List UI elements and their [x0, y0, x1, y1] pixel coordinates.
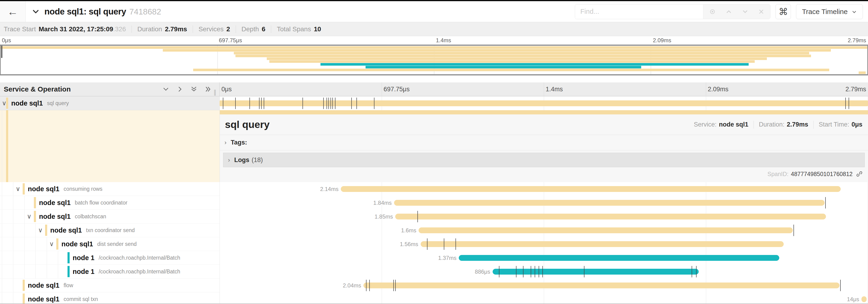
span-timeline-cell[interactable]: 14μs — [220, 292, 868, 304]
expand-all-icon[interactable] — [205, 86, 211, 93]
span-bar[interactable] — [862, 296, 867, 302]
trace-meta-item: Total Spans10 — [277, 26, 321, 33]
find-buttons — [703, 4, 770, 19]
column-resize-grip[interactable]: ∥ — [214, 89, 217, 96]
expand-chevron-icon[interactable]: ∨ — [2, 99, 6, 107]
tree-row[interactable]: ∨node sql1sql query — [0, 96, 868, 110]
meta-value: 10 — [314, 26, 321, 33]
minimap-drag-handle[interactable] — [1, 46, 2, 58]
tree-row[interactable]: node 1/cockroach.roachpb.Internal/Batch8… — [0, 265, 868, 278]
span-name-cell[interactable]: ∨node sql1dist sender send — [0, 237, 220, 251]
span-name-cell[interactable]: ∨node sql1sql query — [0, 96, 220, 110]
log-marker-tick — [696, 266, 696, 277]
span-bar[interactable] — [364, 282, 839, 289]
span-name-cell[interactable]: ∨node sql1txn coordinator send — [0, 224, 220, 237]
span-duration-label: 886μs — [475, 265, 490, 278]
indent-guide — [24, 224, 25, 237]
locate-icon[interactable] — [709, 8, 716, 15]
span-name-cell[interactable]: ∨node sql1consuming rows — [0, 182, 220, 196]
divider — [131, 26, 132, 33]
span-bar[interactable] — [341, 186, 841, 192]
span-name-cell[interactable]: node sql1commit sql txn — [0, 292, 220, 304]
tree-row[interactable]: node sql1commit sql txn14μs — [0, 292, 868, 304]
trace-minimap[interactable] — [0, 44, 868, 75]
log-marker-tick — [264, 98, 264, 109]
service-name: node sql1 — [28, 281, 59, 289]
span-timeline-cell[interactable]: 1.85ms — [220, 210, 868, 224]
log-marker-tick — [223, 98, 223, 109]
prev-match-icon[interactable] — [725, 8, 732, 15]
span-timeline-cell[interactable]: 886μs — [220, 265, 868, 278]
log-marker-tick — [329, 98, 329, 109]
logs-count: (18) — [252, 157, 263, 164]
span-duration-label: 1.84ms — [373, 196, 392, 210]
expand-chevron-icon[interactable]: ∨ — [16, 185, 20, 193]
span-bar[interactable] — [421, 241, 784, 247]
command-icon: ⌘ — [778, 6, 788, 17]
service-color-bar — [56, 238, 58, 249]
span-timeline-cell[interactable]: 1.84ms — [220, 196, 868, 210]
log-marker-tick — [539, 266, 539, 277]
span-bar[interactable] — [220, 100, 868, 106]
span-bar[interactable] — [394, 200, 825, 206]
span-name-cell[interactable]: ∨node sql1colbatchscan — [0, 210, 220, 224]
span-timeline-cell[interactable] — [220, 96, 868, 110]
expand-chevron-icon[interactable]: ∨ — [49, 240, 54, 248]
tree-row[interactable]: ∨node sql1dist sender send1.56ms — [0, 237, 868, 251]
expand-chevron-icon[interactable]: ∨ — [38, 227, 43, 234]
span-bar[interactable] — [459, 255, 779, 261]
span-name-cell[interactable]: node 1/cockroach.roachpb.Internal/Batch — [0, 265, 220, 278]
service-name: node sql1 — [39, 213, 70, 221]
service-color-bar — [23, 294, 25, 304]
span-bar[interactable] — [418, 228, 793, 233]
back-button[interactable]: ← — [0, 1, 26, 22]
collapse-trace-chevron-icon[interactable] — [32, 7, 40, 15]
indent-guide — [24, 210, 25, 223]
tags-accordion[interactable]: › Tags: — [220, 135, 868, 150]
span-name-cell[interactable]: node sql1flow — [0, 278, 220, 292]
span-name-cell[interactable]: node sql1batch flow coordinator — [0, 196, 220, 210]
span-timeline-cell[interactable]: 1.56ms — [220, 237, 868, 251]
span-name-label: node sql1batch flow coordinator — [39, 196, 127, 209]
tree-row[interactable]: node sql1batch flow coordinator1.84ms — [0, 196, 868, 210]
next-match-icon[interactable] — [742, 8, 749, 15]
expand-one-icon[interactable] — [176, 86, 183, 93]
copy-link-icon[interactable] — [856, 170, 863, 177]
find-input[interactable] — [575, 4, 703, 19]
log-marker-tick — [369, 280, 370, 291]
meta-label: Depth — [242, 26, 259, 33]
log-marker-tick — [531, 266, 531, 277]
indent-guide — [35, 251, 36, 265]
span-timeline-cell[interactable]: 2.04ms — [220, 278, 868, 292]
span-bar[interactable] — [395, 214, 826, 219]
indent-guide — [24, 251, 25, 265]
service-color-bar — [67, 252, 70, 263]
indent-guide — [13, 196, 13, 209]
minimap-span-bar — [320, 63, 749, 66]
log-marker-tick — [840, 280, 841, 291]
clear-find-icon[interactable] — [758, 8, 765, 15]
selected-span-bar[interactable] — [220, 110, 868, 114]
minimap-row — [1, 52, 867, 55]
collapse-one-icon[interactable] — [162, 86, 169, 93]
minimap-row — [1, 49, 867, 52]
trace-meta-item: Services2 — [198, 26, 230, 33]
log-marker-tick — [794, 225, 794, 236]
tree-row[interactable]: node sql1flow2.04ms — [0, 278, 868, 292]
tree-row[interactable]: ∨node sql1consuming rows2.14ms — [0, 182, 868, 196]
tree-row[interactable]: node 1/cockroach.roachpb.Internal/Batch1… — [0, 251, 868, 265]
span-timeline-cell[interactable]: 2.14ms — [220, 182, 868, 196]
indent-guide — [13, 237, 13, 251]
meta-label: Total Spans — [277, 26, 311, 33]
tree-row[interactable]: ∨node sql1colbatchscan1.85ms — [0, 210, 868, 224]
spacer — [0, 75, 868, 82]
expand-chevron-icon[interactable]: ∨ — [27, 213, 32, 220]
keyboard-shortcuts-button[interactable]: ⌘ — [775, 4, 791, 19]
span-name-cell[interactable]: node 1/cockroach.roachpb.Internal/Batch — [0, 251, 220, 265]
collapse-all-icon[interactable] — [190, 86, 197, 93]
trace-view-dropdown[interactable]: Trace Timeline — [796, 4, 863, 19]
logs-accordion[interactable]: › Logs (18) — [223, 153, 865, 167]
span-timeline-cell[interactable]: 1.6ms — [220, 224, 868, 237]
span-timeline-cell[interactable]: 1.37ms — [220, 251, 868, 265]
tree-row[interactable]: ∨node sql1txn coordinator send1.6ms — [0, 224, 868, 237]
